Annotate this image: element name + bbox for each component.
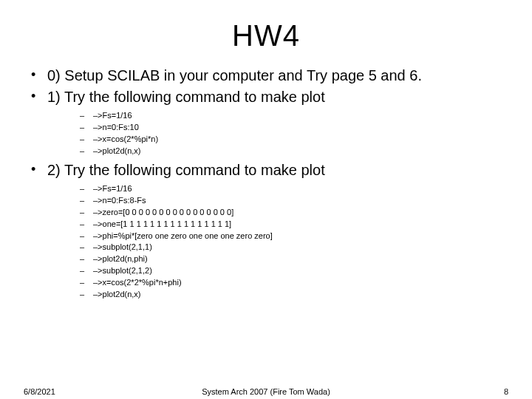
sub-item: –>plot2d(n,x)	[47, 289, 511, 301]
sub-item: –>plot2d(n,phi)	[47, 253, 511, 265]
sub-item: –>one=[1 1 1 1 1 1 1 1 1 1 1 1 1 1 1 1]	[47, 219, 511, 231]
footer-center: System Arch 2007 (Fire Tom Wada)	[0, 387, 532, 396]
bullet-text: 0) Setup SCILAB in your computer and Try…	[47, 67, 422, 83]
sub-item: –>zero=[0 0 0 0 0 0 0 0 0 0 0 0 0 0 0 0]	[47, 207, 511, 219]
list-item: 0) Setup SCILAB in your computer and Try…	[21, 66, 511, 86]
sub-list: –>Fs=1/16 –>n=0:Fs:8-Fs –>zero=[0 0 0 0 …	[47, 183, 511, 301]
bullet-text: 2) Try the following command to make plo…	[47, 162, 325, 178]
sub-item: –>x=cos(2*2*%pi*n+phi)	[47, 277, 511, 289]
sub-item: –>x=cos(2*%pi*n)	[47, 134, 511, 146]
sub-item: –>plot2d(n,x)	[47, 146, 511, 157]
sub-item: –>n=0:Fs:10	[47, 122, 511, 134]
sub-item: –>phi=%pi*[zero one zero one one one zer…	[47, 231, 511, 242]
sub-list: –>Fs=1/16 –>n=0:Fs:10 –>x=cos(2*%pi*n) –…	[47, 110, 511, 157]
footer-page: 8	[504, 387, 508, 396]
list-item: 2) Try the following command to make plo…	[21, 160, 511, 301]
list-item: 1) Try the following command to make plo…	[21, 87, 511, 157]
sub-item: –>n=0:Fs:8-Fs	[47, 195, 511, 207]
bullet-text: 1) Try the following command to make plo…	[47, 89, 325, 105]
slide: HW4 0) Setup SCILAB in your computer and…	[0, 0, 532, 399]
bullet-list: 0) Setup SCILAB in your computer and Try…	[21, 66, 511, 301]
sub-item: –>subplot(2,1,1)	[47, 242, 511, 253]
sub-item: –>subplot(2,1,2)	[47, 265, 511, 277]
page-title: HW4	[21, 19, 511, 52]
sub-item: –>Fs=1/16	[47, 110, 511, 122]
sub-item: –>Fs=1/16	[47, 183, 511, 195]
